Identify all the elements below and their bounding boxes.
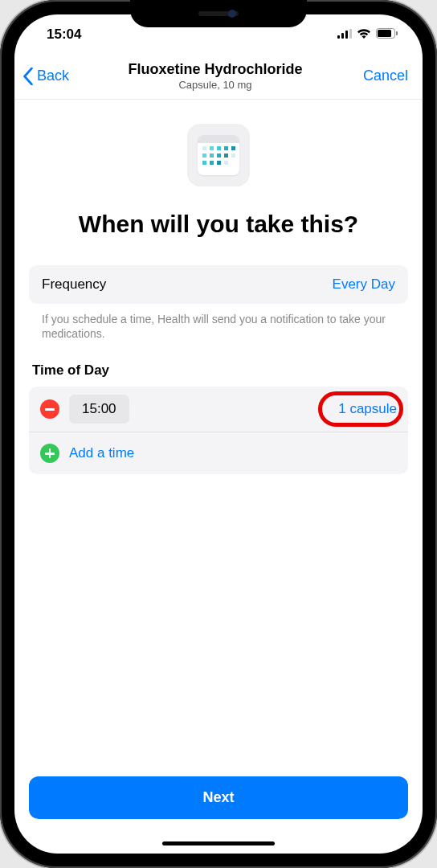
- frequency-group: Frequency Every Day: [29, 265, 408, 304]
- page-heading: When will you take this?: [29, 209, 408, 240]
- nav-title-sub: Capsule, 10 mg: [95, 79, 336, 91]
- cellular-icon: [337, 27, 352, 43]
- svg-rect-1: [341, 33, 344, 39]
- nav-title-main: Fluoxetine Hydrochloride: [95, 61, 336, 78]
- screen: 15:04 Back Fluoxetine Hydrochloride: [14, 14, 423, 854]
- svg-rect-3: [349, 29, 352, 39]
- content: When will you take this? Frequency Every…: [14, 100, 423, 854]
- add-time-row[interactable]: Add a time: [29, 432, 408, 474]
- plus-icon: [40, 444, 59, 463]
- next-button[interactable]: Next: [29, 776, 408, 819]
- nav-bar: Back Fluoxetine Hydrochloride Capsule, 1…: [14, 55, 423, 100]
- cancel-button[interactable]: Cancel: [336, 68, 408, 84]
- wifi-icon: [357, 27, 371, 43]
- back-label: Back: [37, 68, 69, 84]
- nav-title: Fluoxetine Hydrochloride Capsule, 10 mg: [95, 61, 336, 91]
- frequency-label: Frequency: [42, 276, 106, 293]
- time-entry-row: 15:00 1 capsule: [29, 387, 408, 432]
- status-time: 15:04: [47, 27, 81, 43]
- home-indicator[interactable]: [162, 841, 275, 845]
- frequency-value: Every Day: [333, 276, 395, 293]
- phone-frame: 15:04 Back Fluoxetine Hydrochloride: [0, 0, 437, 868]
- svg-rect-5: [378, 30, 391, 37]
- svg-rect-0: [337, 35, 340, 39]
- dose-picker[interactable]: 1 capsule: [338, 401, 397, 417]
- time-of-day-group: 15:00 1 capsule Add a time: [29, 387, 408, 474]
- chevron-left-icon: [22, 68, 34, 85]
- schedule-hint: If you schedule a time, Health will send…: [29, 304, 408, 342]
- battery-icon: [376, 27, 398, 43]
- svg-rect-6: [396, 31, 398, 35]
- frequency-row[interactable]: Frequency Every Day: [29, 265, 408, 304]
- time-picker[interactable]: 15:00: [69, 395, 129, 424]
- back-button[interactable]: Back: [22, 68, 95, 85]
- add-time-label: Add a time: [69, 445, 134, 461]
- time-of-day-header: Time of Day: [32, 362, 408, 379]
- svg-rect-2: [345, 31, 348, 39]
- notch: [130, 0, 307, 27]
- remove-time-button[interactable]: [40, 399, 59, 419]
- calendar-icon: [187, 124, 250, 186]
